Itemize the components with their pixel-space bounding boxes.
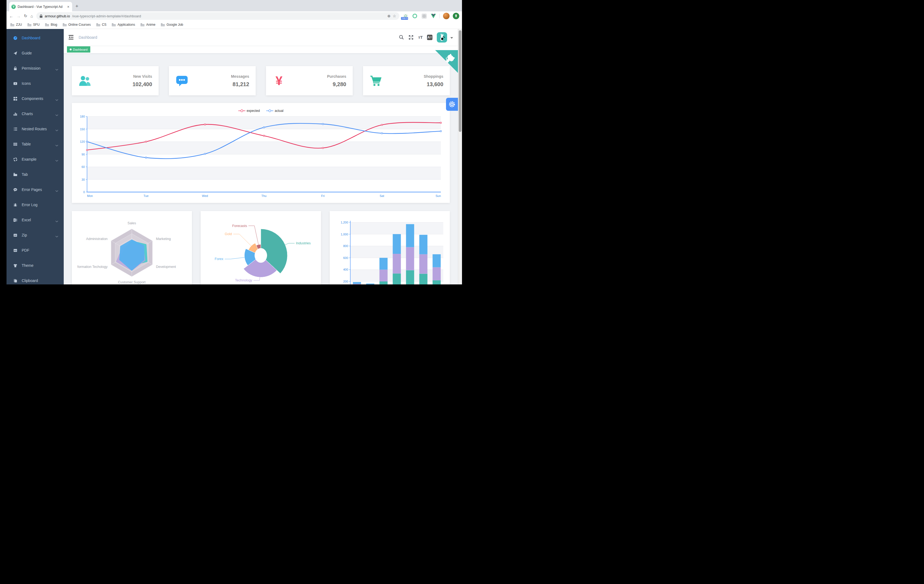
sidebar-item-error-log[interactable]: Error Log [7, 197, 64, 212]
stat-card-new-visits[interactable]: New Visits102,400 [72, 66, 158, 95]
svg-text:0: 0 [83, 191, 85, 194]
bookmark-label: ZJU [16, 23, 22, 26]
text-size-icon[interactable]: тT [418, 35, 423, 39]
fullscreen-icon[interactable] [408, 35, 414, 40]
sidebar: DashboardGuidePermissionIconsComponentsC… [7, 29, 64, 292]
reload-icon[interactable]: ↻ [24, 13, 27, 18]
example-icon [13, 157, 17, 161]
forward-icon[interactable]: → [16, 14, 21, 18]
sidebar-item-dashboard[interactable]: Dashboard [7, 30, 64, 46]
sidebar-item-tab[interactable]: Tab [7, 167, 64, 182]
vue-devtools-icon[interactable] [430, 13, 436, 19]
search-icon[interactable] [399, 35, 404, 40]
sidebar-item-nested-routes[interactable]: Nested Routes [7, 121, 64, 137]
line-chart[interactable]: 0306090120150180MonTueWedThuFriSatSun [76, 107, 446, 199]
page-scrollbar[interactable] [458, 29, 462, 292]
svg-text:Sun: Sun [436, 194, 441, 197]
bar-stack-top-2 [379, 258, 388, 270]
bookmark-online-courses[interactable]: Online Courses [63, 23, 91, 26]
browser-tab[interactable]: V Dashboard - Vue Typescript Ad × [9, 2, 72, 12]
sidebar-item-theme[interactable]: Theme [7, 258, 64, 273]
sidebar-item-zip[interactable]: ZIPZip [7, 227, 64, 243]
tag-dashboard[interactable]: Dashboard [67, 46, 90, 53]
error404-icon: 404 [13, 188, 17, 192]
message-icon [175, 75, 188, 87]
radar-chart-card: SalesMarketingDevelopmentCustomer Suppor… [72, 211, 192, 292]
chevron-down-icon [55, 234, 58, 239]
legend-item-actual[interactable]: actual [266, 109, 283, 113]
folder-icon [140, 23, 145, 26]
chevron-down-icon [55, 128, 58, 132]
stat-card-purchases[interactable]: ¥Purchases9,280 [266, 66, 353, 95]
radar-chart[interactable]: SalesMarketingDevelopmentCustomer Suppor… [76, 216, 188, 292]
hamburger-toggle-icon[interactable] [69, 35, 74, 39]
radar-axis-label: formation Techology [77, 265, 108, 269]
chevron-down-icon [55, 97, 58, 102]
sidebar-item-components[interactable]: Components [7, 91, 64, 106]
home-icon[interactable]: ⌂ [31, 14, 33, 18]
bookmark-blog[interactable]: Blog [45, 23, 57, 26]
bookmark-cs[interactable]: CS [96, 23, 107, 26]
letterbox-bottom [0, 285, 462, 292]
stat-cards-row: New Visits102,400Messages81,212¥Purchase… [72, 66, 450, 95]
sidebar-item-table[interactable]: Table [7, 137, 64, 152]
sidebar-item-permission[interactable]: Permission [7, 61, 64, 76]
sidebar-item-label: Dashboard [22, 36, 40, 40]
scrollbar-thumb[interactable] [459, 30, 462, 132]
chevron-down-icon [55, 143, 58, 147]
svg-text:200: 200 [343, 280, 348, 283]
svg-text:60: 60 [82, 165, 85, 168]
bookmark-google-job[interactable]: Google Job [161, 23, 183, 26]
extension-mail-icon[interactable]: 29879 [403, 13, 409, 19]
chrome-update-button[interactable]: ⬆ [453, 13, 459, 19]
back-icon[interactable]: ← [9, 14, 13, 18]
vue-logo-glyph [431, 14, 436, 18]
chevron-down-icon[interactable] [450, 37, 453, 39]
settings-panel-button[interactable] [446, 98, 458, 111]
new-tab-button[interactable]: + [75, 3, 78, 9]
stat-card-value: 9,280 [327, 81, 346, 87]
bookmark-star-icon[interactable]: ☆ [393, 14, 396, 18]
tab-close-icon[interactable]: × [67, 5, 70, 9]
table-icon [13, 142, 17, 146]
sidebar-item-excel[interactable]: XExcel [7, 212, 64, 227]
bar-chart[interactable]: 2004006008001,0001,200 [334, 216, 446, 292]
sidebar-item-icons[interactable]: Icons [7, 76, 64, 91]
stat-card-messages[interactable]: Messages81,212 [169, 66, 256, 95]
sidebar-item-guide[interactable]: Guide [7, 46, 64, 61]
sidebar-item-error-pages[interactable]: 404Error Pages [7, 182, 64, 197]
pie-chart[interactable]: IndustriesTechnologyForexGoldForecasts [205, 216, 317, 290]
user-avatar[interactable] [437, 32, 447, 43]
zoom-indicator-icon[interactable]: ⊕ [388, 14, 391, 18]
bookmark-applications[interactable]: Applications [112, 23, 135, 26]
url-bar[interactable]: armour.github.io/vue-typescript-admin-te… [36, 12, 399, 20]
pie-label-technology: Technology [235, 278, 252, 282]
rabbit-guitar-glyph [438, 33, 446, 41]
bookmark-anime[interactable]: Anime [140, 23, 155, 26]
tab-icon [13, 173, 17, 177]
legend-item-expected[interactable]: expected [238, 109, 260, 113]
bottom-charts-row: SalesMarketingDevelopmentCustomer Suppor… [72, 211, 450, 292]
translate-cjk-glyph [430, 36, 432, 38]
github-corner-link[interactable] [435, 50, 458, 74]
bookmark-zju[interactable]: ZJU [10, 23, 22, 26]
sidebar-item-charts[interactable]: Charts [7, 106, 64, 121]
bar-stack-top-4 [406, 224, 414, 247]
sidebar-item-example[interactable]: Example [7, 152, 64, 167]
sidebar-item-pdf[interactable]: PDFPDF [7, 243, 64, 258]
stat-card-label: Shoppings [424, 74, 443, 79]
extension-badge: 29879 [401, 17, 408, 20]
breadcrumb[interactable]: Dashboard [79, 35, 97, 39]
bookmark-sfu[interactable]: SFU [27, 23, 40, 26]
chevron-down-icon [55, 189, 58, 193]
svg-text:180: 180 [80, 115, 85, 118]
theme-icon [13, 263, 17, 268]
guide-icon [13, 51, 17, 55]
extension-green-circle-icon[interactable] [412, 13, 418, 19]
react-devtools-icon[interactable] [421, 13, 427, 19]
stat-card-value: 102,400 [133, 81, 152, 87]
url-path: /vue-typescript-admin-template/#/dashboa… [72, 14, 385, 18]
translate-icon[interactable]: A [427, 35, 432, 40]
chrome-profile-avatar[interactable] [443, 13, 449, 19]
bookmarks-bar: ZJUSFUBlogOnline CoursesCSApplicationsAn… [7, 21, 462, 29]
